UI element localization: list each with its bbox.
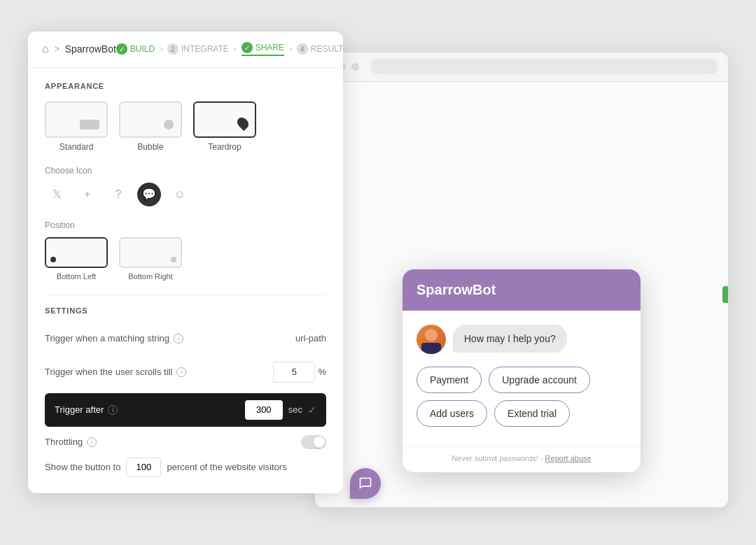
bubble-shape [164,120,174,129]
settings-section-title: SETTINGS [45,306,326,315]
browser-chrome [315,52,728,82]
breadcrumb-current: SparrowBot [65,43,116,55]
breadcrumb: ⌂ > SparrowBot [42,43,116,55]
show-button-input[interactable] [126,458,161,477]
position-options: Bottom Left Bottom Right [45,237,326,281]
preview-panel: SparrowBot How may I help you? Pay [315,52,728,507]
trigger-after-input[interactable] [245,400,283,420]
appearance-bubble-label: Bubble [137,142,163,152]
position-section: Position Bottom Left Bottom Right [45,220,326,281]
trigger-string-value: url-path [295,333,326,344]
teardrop-shape [235,115,251,131]
trigger-string-label: Trigger when a matching string i [45,333,183,344]
avatar-head [425,329,438,341]
trigger-after-info[interactable]: i [108,405,118,415]
appearance-teardrop-label: Teardrop [208,142,241,152]
browser-address-bar [370,59,718,74]
throttling-label: Throttling i [45,437,97,447]
step-integrate[interactable]: 2 INTEGRATE [167,43,229,55]
position-bottom-left[interactable]: Bottom Left [45,237,108,281]
chat-message-row: How may I help you? [416,325,626,354]
position-bottom-right-label: Bottom Right [128,272,173,281]
trigger-string-row: Trigger when a matching string i url-pat… [45,326,326,351]
icon-options: 𝕏 + ? 💬 ☺ [45,183,326,206]
choose-icon-label: Choose Icon [45,166,326,176]
panel-content: APPEARANCE Standard Bubble [28,68,343,493]
toggle-knob [314,437,325,448]
chat-float-icon [358,476,372,490]
standard-shape [80,120,99,129]
icon-plus[interactable]: + [76,183,99,206]
settings-panel: ⌂ > SparrowBot ✓ BUILD > 2 INTEGRATE > ✓… [28,31,343,493]
chat-header: SparrowBot [402,269,640,311]
chat-option-extend[interactable]: Extend trial [494,400,570,427]
trigger-scroll-unit: % [318,367,326,377]
pos-dot-right [171,257,176,262]
steps-nav: ✓ BUILD > 2 INTEGRATE > ✓ SHARE > 4 RESU… [116,42,343,56]
trigger-string-info[interactable]: i [174,334,183,344]
appearance-bubble-preview [119,101,182,138]
pos-dot-left [50,257,56,262]
position-bottom-right-preview [119,237,182,268]
top-nav: ⌂ > SparrowBot ✓ BUILD > 2 INTEGRATE > ✓… [28,31,343,68]
trigger-scroll-row: Trigger when the user scrolls till i % [45,360,326,385]
position-bottom-left-preview [45,237,108,268]
step-build-icon: ✓ [116,43,127,55]
appearance-standard-preview [45,101,108,138]
position-label: Position [45,220,326,230]
home-icon[interactable]: ⌂ [42,43,49,55]
step-arrow-2: > [233,45,237,53]
chat-avatar [416,325,446,354]
icon-smile[interactable]: ☺ [168,183,192,206]
icon-chat[interactable]: 💬 [137,183,161,206]
avatar-shirt [421,343,441,354]
appearance-teardrop-preview [193,101,256,138]
trigger-after-row: Trigger after i sec ✓ [45,393,326,427]
chat-option-add-users[interactable]: Add users [416,400,487,427]
step-integrate-icon: 2 [167,43,178,55]
trigger-after-right: sec ✓ [245,400,316,420]
show-button-suffix: percent of the website visitors [167,462,286,472]
trigger-after-unit: sec [288,404,302,415]
step-results[interactable]: 4 RESULTS [297,43,343,55]
throttling-toggle[interactable] [301,435,326,449]
icon-section: Choose Icon 𝕏 + ? 💬 ☺ [45,166,326,206]
icon-question[interactable]: ? [106,183,130,206]
show-button-prefix: Show the button to [45,462,120,472]
avatar-body [416,325,446,354]
throttling-row: Throttling i [45,435,326,449]
trigger-scroll-input[interactable] [273,362,315,383]
appearance-standard-label: Standard [59,142,94,152]
appearance-bubble[interactable]: Bubble [119,101,182,152]
appearance-standard[interactable]: Standard [45,101,108,152]
appearance-teardrop[interactable]: Teardrop [193,101,256,152]
step-results-icon: 4 [297,43,308,55]
chat-footer: Never submit passwords! - Report abuse [402,446,640,472]
position-bottom-right[interactable]: Bottom Right [119,237,182,281]
throttling-info[interactable]: i [87,437,97,447]
trigger-after-check: ✓ [308,404,316,416]
step-share[interactable]: ✓ SHARE [241,42,284,56]
green-indicator [722,286,728,303]
chat-options: Payment Upgrade account Add users Extend… [416,367,626,432]
show-button-row: Show the button to percent of the websit… [45,458,326,477]
step-share-icon: ✓ [241,42,253,53]
position-bottom-left-label: Bottom Left [57,272,96,281]
step-arrow-3: > [288,45,293,53]
chat-widget: SparrowBot How may I help you? Pay [402,269,640,472]
icon-twitter[interactable]: 𝕏 [45,183,69,206]
chat-option-upgrade[interactable]: Upgrade account [489,367,590,393]
report-abuse-link[interactable]: Report abuse [545,454,592,462]
chat-greeting: How may I help you? [453,325,567,353]
trigger-after-label: Trigger after i [55,404,118,415]
chat-option-payment[interactable]: Payment [416,367,482,393]
appearance-options: Standard Bubble Teardrop [45,101,326,152]
chat-float-button[interactable] [350,468,381,499]
browser-content: SparrowBot How may I help you? Pay [315,82,728,507]
step-build[interactable]: ✓ BUILD [116,43,155,55]
appearance-section-title: APPEARANCE [45,82,326,90]
settings-section: SETTINGS Trigger when a matching string … [45,295,326,477]
chat-bot-name: SparrowBot [416,282,626,298]
trigger-scroll-info[interactable]: i [176,367,186,377]
step-arrow-1: > [159,45,163,53]
